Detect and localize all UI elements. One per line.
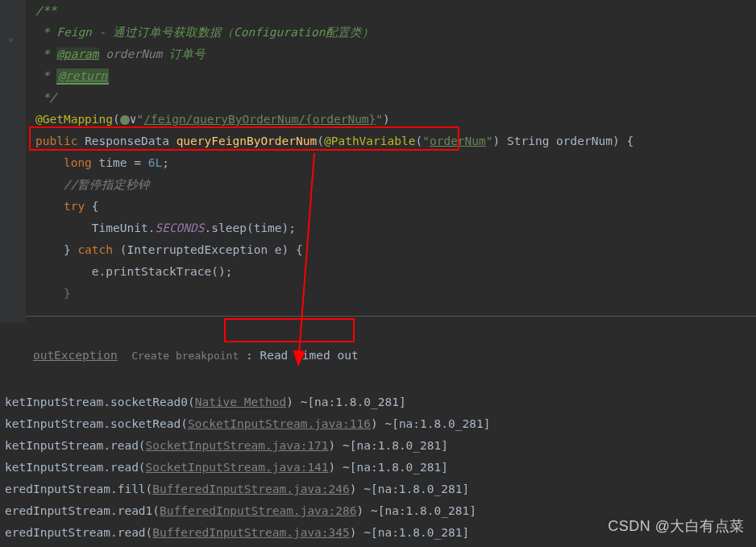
stack-trace-line: ketInputStream.socketRead0(Native Method… [5,392,756,413]
exception-link[interactable]: outException [33,349,118,362]
param-type: String [507,135,549,147]
gutter: » [0,0,26,322]
create-breakpoint-hint[interactable]: Create breakpoint [131,350,239,362]
stack-source-link[interactable]: SocketInputStream.java:141 [146,461,329,474]
doc-desc: Feign - 通过订单号获取数据（Configuration配置类） [56,26,373,39]
globe-icon [120,115,130,125]
error-message: Read timed out [260,349,358,362]
keyword-try: try [64,200,85,213]
method-name: queryFeignByOrderNum [177,135,318,147]
stack-prefix: eredInputStream.fill( [5,483,152,495]
stack-prefix: eredInputStream.read( [5,526,152,539]
timeunit: TimeUnit [92,222,148,234]
stack-prefix: ketInputStream.socketRead( [5,417,188,430]
return-type: ResponseData [85,135,169,147]
stack-trace-line: ketInputStream.read(SocketInputStream.ja… [5,457,756,479]
stack-trace-line: eredInputStream.fill(BufferedInputStream… [5,479,756,500]
keyword-catch: catch [77,243,113,256]
doc-param-desc: 订单号 [169,48,206,60]
code-editor[interactable]: » /** * Feign - 通过订单号获取数据（Configuration配… [0,0,756,305]
doc-param-name: orderNum [99,48,169,60]
doc-prefix: * [35,26,56,39]
watermark: CSDN @大白有点菜 [608,516,745,536]
stack-suffix: ) ~[na:1.8.0_281] [329,439,448,452]
keyword-long: long [64,156,92,169]
stack-source-link[interactable]: SocketInputStream.java:171 [146,439,329,452]
mapping-path[interactable]: /feign/queryByOrderNum/{orderNum} [143,113,376,126]
doc-start: /** [35,4,56,17]
getmapping-annotation: @GetMapping [35,113,113,126]
stack-suffix: ) ~[na:1.8.0_281] [350,526,469,539]
var-time: time [99,156,127,169]
keyword-public: public [35,135,77,147]
doc-prefix: * [35,69,56,82]
doc-prefix: * [35,48,56,60]
literal-6l: 6L [148,156,162,169]
seconds-field: SECONDS [155,222,204,234]
stack-trace-line: ketInputStream.read(SocketInputStream.ja… [5,435,756,457]
stack-prefix: ketInputStream.read( [5,439,146,452]
stack-suffix: ) ~[na:1.8.0_281] [357,504,476,517]
stack-trace-line: ketInputStream.socketRead(SocketInputStr… [5,413,756,435]
stack-suffix: ) ~[na:1.8.0_281] [329,461,448,474]
pathvariable-annotation: @PathVariable [324,135,416,147]
sleep-arg: time [254,222,282,234]
stack-source-link[interactable]: BufferedInputStream.java:345 [152,526,349,539]
comment-pause: //暂停指定秒钟 [64,178,150,191]
pathvar-value: orderNum [430,135,486,147]
stack-source-link[interactable]: Native Method [195,396,287,408]
stack-source-link[interactable]: BufferedInputStream.java:286 [160,504,356,517]
stack-source-link[interactable]: BufferedInputStream.java:246 [152,483,349,495]
doc-return-tag: @return [56,68,109,85]
stack-prefix: eredInputStream.read1( [5,504,160,517]
panel-separator [0,316,756,317]
doc-param-tag: @param [56,48,98,60]
stack-source-link[interactable]: SocketInputStream.java:116 [188,417,371,430]
console-panel[interactable]: outException Create breakpoint : Read ti… [0,323,756,544]
stack-prefix: ketInputStream.socketRead0( [5,396,195,408]
exception-type: InterruptedException [127,243,268,256]
sleep-method: sleep [211,222,247,234]
printstacktrace: printStackTrace [106,265,211,278]
stack-suffix: ) ~[na:1.8.0_281] [371,417,490,430]
stack-suffix: ) ~[na:1.8.0_281] [350,483,469,495]
stack-prefix: ketInputStream.read( [5,461,146,474]
chevron-down-icon[interactable]: ∨ [130,113,137,126]
stack-suffix: ) ~[na:1.8.0_281] [286,396,405,408]
doc-end: */ [35,91,56,104]
param-name: orderNum [556,135,613,147]
exception-var: e [275,243,282,256]
